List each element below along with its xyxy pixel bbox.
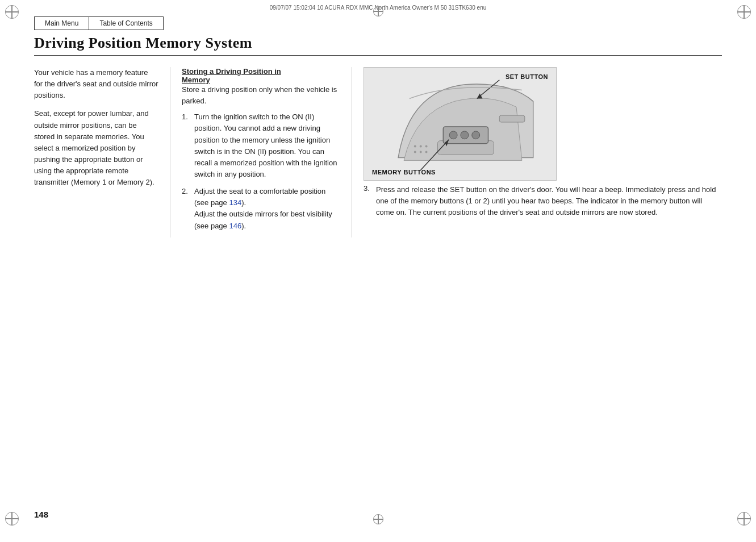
crosshair-circle-bottom-left <box>5 512 19 526</box>
step2-num: 2. <box>182 186 191 232</box>
page-container: 09/07/07 15:02:04 10 ACURA RDX MMC North… <box>0 0 756 542</box>
image-label-memory-buttons: MEMORY BUTTONS <box>372 169 436 176</box>
step-1: 1. Turn the ignition switch to the ON (I… <box>182 111 340 180</box>
svg-point-5 <box>472 131 480 139</box>
page-number: 148 <box>34 510 48 519</box>
step2-text: Adjust the seat to a comfortable positio… <box>194 186 340 232</box>
svg-point-11 <box>414 145 416 148</box>
page-title: Driving Position Memory System <box>34 35 722 52</box>
page-title-container: Driving Position Memory System <box>34 35 722 56</box>
section-title: Storing a Driving Position in Memory <box>182 67 340 84</box>
page-link-134[interactable]: 134 <box>229 198 241 207</box>
seat-svg <box>364 68 556 180</box>
svg-point-13 <box>425 145 428 148</box>
svg-point-16 <box>425 151 428 153</box>
step1-text: Turn the ignition switch to the ON (II) … <box>194 111 340 180</box>
content-area: Your vehicle has a memory feature for th… <box>34 56 722 237</box>
toc-button[interactable]: Table of Contents <box>89 16 163 30</box>
right-column: SET BUTTON MEMORY BUTTONS <box>352 67 722 237</box>
mid-intro: Store a driving position only when the v… <box>182 84 340 107</box>
left-para1: Your vehicle has a memory feature for th… <box>34 67 158 101</box>
middle-column: Storing a Driving Position in Memory Sto… <box>170 67 352 237</box>
crosshair-circle-bottom-center <box>373 514 383 524</box>
step3-text: Press and release the SET button on the … <box>376 184 722 218</box>
steps-list: 1. Turn the ignition switch to the ON (I… <box>182 111 340 231</box>
svg-point-15 <box>420 151 422 153</box>
left-para2: Seat, except for power lumbar, and outsi… <box>34 108 158 188</box>
seat-illustration-box: SET BUTTON MEMORY BUTTONS <box>364 67 557 181</box>
svg-point-14 <box>414 151 416 153</box>
left-column: Your vehicle has a memory feature for th… <box>34 67 170 237</box>
crosshair-circle-top-center <box>373 6 383 16</box>
page-link-146[interactable]: 146 <box>229 222 241 230</box>
svg-point-4 <box>461 131 469 139</box>
svg-rect-10 <box>499 115 525 122</box>
crosshair-circle-bottom-right <box>737 512 751 526</box>
crosshair-circle-top-left <box>5 5 19 19</box>
crosshair-circle-top-right <box>737 5 751 19</box>
svg-point-3 <box>449 131 457 139</box>
svg-point-12 <box>420 145 422 148</box>
step3-container: 3. Press and release the SET button on t… <box>364 184 722 218</box>
step3-num: 3. <box>364 184 373 218</box>
step-2: 2. Adjust the seat to a comfortable posi… <box>182 186 340 232</box>
step1-num: 1. <box>182 111 191 180</box>
main-menu-button[interactable]: Main Menu <box>34 16 89 30</box>
image-label-set-button: SET BUTTON <box>506 73 548 80</box>
